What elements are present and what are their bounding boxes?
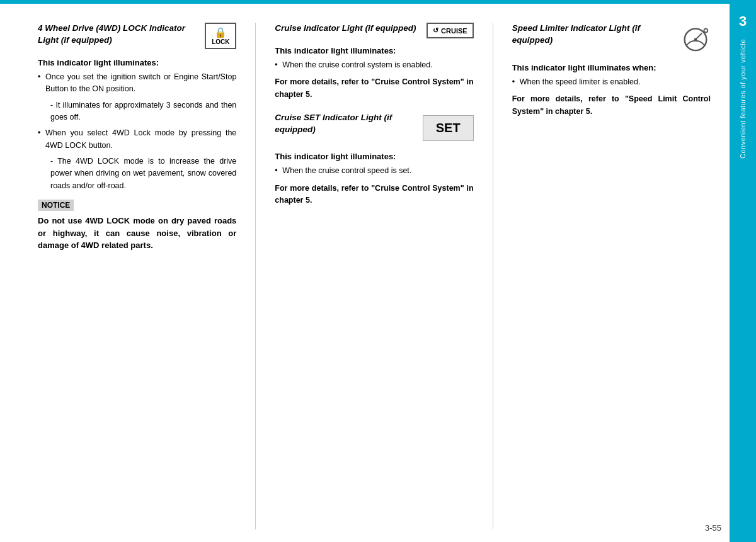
cruise-set-title: Cruise SET Indicator Light (if equipped) bbox=[275, 112, 417, 136]
cruise-set-ref: For more details, refer to "Cruise Contr… bbox=[275, 183, 473, 207]
4wd-bullets: Once you set the ignition switch or Engi… bbox=[38, 71, 236, 96]
lock-icon-box: 🔒 LOCK bbox=[205, 23, 236, 49]
list-item: When the cruise control speed is set. bbox=[275, 165, 473, 177]
cruise-ref: For more details, refer to "Cruise Contr… bbox=[275, 76, 473, 101]
cruise-label: CRUISE bbox=[441, 27, 467, 35]
lock-label: LOCK bbox=[212, 38, 229, 45]
cruise-set-header: Cruise SET Indicator Light (if equipped)… bbox=[275, 112, 473, 147]
list-item: When the cruise control system is enable… bbox=[275, 59, 473, 71]
svg-point-4 bbox=[704, 30, 707, 32]
speed-title-text: Speed Limiter Indicator Light (if equipp… bbox=[512, 23, 675, 53]
speed-ref: For more details, refer to "Speed Limit … bbox=[512, 93, 711, 118]
columns: 4 Wheel Drive (4WD) LOCK Indicator Light… bbox=[32, 23, 717, 529]
speed-subheading: This indicator light illuminates when: bbox=[512, 63, 711, 72]
page-content: 4 Wheel Drive (4WD) LOCK Indicator Light… bbox=[0, 4, 756, 542]
4wd-title: 4 Wheel Drive (4WD) LOCK Indicator Light… bbox=[38, 23, 200, 47]
cruise-title: Cruise Indicator Light (if equipped) bbox=[275, 23, 421, 35]
cruise-icon: ↺ CRUISE bbox=[427, 23, 474, 38]
notice-text: Do not use 4WD LOCK mode on dry paved ro… bbox=[38, 215, 236, 252]
cruise-set-bullets: When the cruise control speed is set. bbox=[275, 165, 473, 177]
page-number: 3-55 bbox=[705, 523, 721, 533]
cruise-icon-box: ↺ CRUISE bbox=[427, 23, 474, 38]
cruise-header: Cruise Indicator Light (if equipped) ↺ C… bbox=[275, 23, 473, 41]
cruise-symbol: ↺ bbox=[433, 26, 438, 35]
speed-header: Speed Limiter Indicator Light (if equipp… bbox=[512, 23, 711, 58]
list-item: Once you set the ignition switch or Engi… bbox=[38, 71, 236, 96]
main-area: 4 Wheel Drive (4WD) LOCK Indicator Light… bbox=[0, 4, 730, 542]
col-speed-limiter: Speed Limiter Indicator Light (if equipp… bbox=[506, 23, 717, 529]
speed-bullets: When the speed limiter is enabled. bbox=[512, 76, 711, 88]
sidebar-label: Convenient features of your vehicle bbox=[738, 39, 747, 159]
lock-icon: 🔒 LOCK bbox=[205, 23, 236, 49]
divider-2 bbox=[493, 23, 493, 529]
cruise-set-subheading: This indicator light illuminates: bbox=[275, 152, 473, 161]
svg-point-2 bbox=[694, 38, 697, 41]
cruise-bullets: When the cruise control system is enable… bbox=[275, 59, 473, 71]
col-4wd: 4 Wheel Drive (4WD) LOCK Indicator Light… bbox=[32, 23, 243, 529]
4wd-sub1: - It illuminates for approximately 3 sec… bbox=[38, 99, 236, 124]
cruise-set-title-text: Cruise SET Indicator Light (if equipped) bbox=[275, 112, 417, 142]
speed-title: Speed Limiter Indicator Light (if equipp… bbox=[512, 23, 675, 47]
4wd-sub2: - The 4WD LOCK mode is to increase the d… bbox=[38, 155, 236, 192]
lock-symbol: 🔒 bbox=[210, 26, 231, 38]
divider-1 bbox=[255, 23, 256, 529]
col-cruise: Cruise Indicator Light (if equipped) ↺ C… bbox=[268, 23, 479, 529]
speedometer-icon-area bbox=[680, 23, 711, 55]
chapter-sidebar: 3 Convenient features of your vehicle bbox=[730, 4, 756, 542]
chapter-number: 3 bbox=[739, 13, 747, 30]
4wd-subheading: This indicator light illuminates: bbox=[38, 58, 236, 67]
notice-label: NOTICE bbox=[38, 200, 74, 211]
set-icon: SET bbox=[423, 115, 474, 141]
set-icon-area: SET bbox=[423, 112, 474, 144]
4wd-title-text: 4 Wheel Drive (4WD) LOCK Indicator Light… bbox=[38, 23, 200, 53]
list-item: When you select 4WD Lock mode by pressin… bbox=[38, 127, 236, 152]
4wd-header: 4 Wheel Drive (4WD) LOCK Indicator Light… bbox=[38, 23, 236, 53]
cruise-subheading: This indicator light illuminates: bbox=[275, 46, 473, 55]
speedometer-icon bbox=[680, 23, 711, 53]
cruise-title-text: Cruise Indicator Light (if equipped) bbox=[275, 23, 421, 41]
4wd-bullets-2: When you select 4WD Lock mode by pressin… bbox=[38, 127, 236, 152]
list-item: When the speed limiter is enabled. bbox=[512, 76, 711, 88]
